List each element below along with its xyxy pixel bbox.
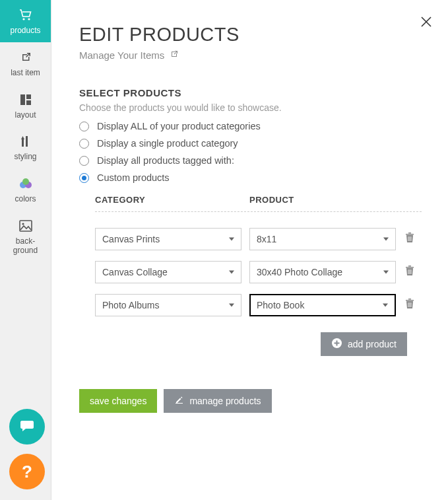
sidebar-item-label: layout [15,111,36,120]
trash-icon [405,266,414,279]
delete-row-button[interactable] [404,232,416,246]
plus-circle-icon [331,338,342,351]
add-product-button[interactable]: add product [321,332,407,356]
page-subtitle: Manage Your Items [79,50,164,61]
manage-products-button[interactable]: manage products [164,389,271,413]
grid-icon [18,92,33,107]
col-header-product: PRODUCT [249,195,396,205]
svg-point-1 [28,18,30,20]
col-header-category: CATEGORY [95,195,241,205]
radio-option-1[interactable]: Display a single product category [79,138,422,149]
save-changes-button[interactable]: save changes [79,389,157,413]
chat-icon [18,416,36,437]
category-select[interactable]: Canvas Prints [95,228,241,250]
category-select[interactable]: Photo Albums [95,294,241,316]
help-fab[interactable]: ? [9,454,45,489]
sidebar-item-label: back- ground [13,237,38,256]
radio-option-0[interactable]: Display ALL of your product categories [79,121,422,131]
section-description: Choose the products you would like to sh… [79,102,422,113]
sidebar-item-lastitem[interactable]: last item [0,42,51,85]
sidebar-item-background[interactable]: back- ground [0,211,51,262]
svg-rect-6 [26,136,28,147]
sidebar-item-label: colors [15,195,36,204]
image-icon [18,219,33,233]
manage-products-label: manage products [189,396,261,406]
sidebar-item-label: styling [14,153,36,162]
styling-icon [18,134,33,149]
page-title: EDIT PRODUCTS [79,24,422,46]
radio-label: Display ALL of your product categories [97,121,261,131]
trash-icon [405,299,414,312]
radio-label: Display a single product category [97,138,238,149]
edit-icon [174,395,184,407]
product-select[interactable]: Photo Book [249,294,396,316]
section-title: SELECT PRODUCTS [79,87,422,98]
svg-point-9 [22,178,29,185]
svg-rect-10 [20,221,32,231]
sidebar-item-colors[interactable]: colors [0,168,51,211]
product-select[interactable]: 30x40 Photo Collage [249,261,396,283]
sidebar-item-styling[interactable]: styling [0,126,51,168]
sidebar-item-label: last item [11,69,40,78]
product-row: Canvas Collage30x40 Photo Collage [95,261,422,283]
product-row: Canvas Prints8x11 [95,228,422,250]
svg-point-0 [22,18,24,20]
svg-point-11 [22,223,24,225]
external-link-icon[interactable] [170,50,179,61]
radio-button[interactable] [79,122,89,131]
main-panel: EDIT PRODUCTS Manage Your Items SELECT P… [51,0,448,500]
radio-button[interactable] [79,173,89,183]
trash-icon [405,232,414,246]
sidebar-item-products[interactable]: products [0,0,51,42]
radio-button[interactable] [79,139,89,149]
cart-icon [18,8,33,22]
product-select[interactable]: 8x11 [249,228,396,250]
radio-option-3[interactable]: Custom products [79,172,422,183]
save-changes-label: save changes [90,396,146,406]
radio-button[interactable] [79,156,89,166]
svg-rect-4 [26,100,31,105]
add-product-label: add product [348,339,397,349]
category-select[interactable]: Canvas Collage [95,261,241,283]
sidebar-item-layout[interactable]: layout [0,85,51,127]
external-icon [18,50,33,65]
radio-label: Custom products [97,172,170,183]
delete-row-button[interactable] [404,299,416,312]
delete-row-button[interactable] [404,266,416,279]
svg-rect-3 [26,94,31,99]
sidebar-item-label: products [10,26,40,36]
palette-icon [18,176,33,191]
svg-rect-2 [20,94,25,105]
radio-option-2[interactable]: Display all products tagged with: [79,155,422,166]
product-table: CATEGORY PRODUCT Canvas Prints8x11Canvas… [95,195,422,356]
chat-fab[interactable] [9,409,45,445]
product-row: Photo AlbumsPhoto Book [95,294,422,316]
help-label: ? [22,462,32,482]
close-button[interactable] [420,16,432,30]
svg-rect-5 [22,139,24,147]
radio-label: Display all products tagged with: [97,155,234,166]
